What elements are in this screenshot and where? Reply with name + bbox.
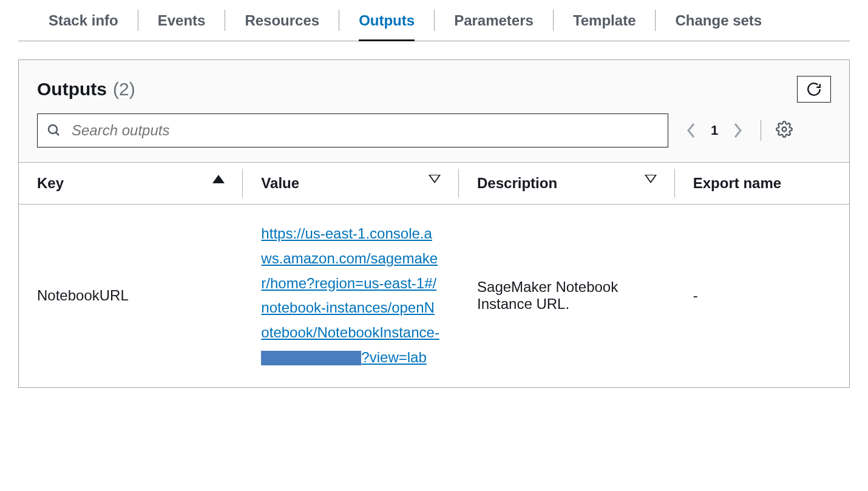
column-header-description[interactable]: Description [459, 163, 675, 205]
column-header-export-name[interactable]: Export name [675, 163, 849, 205]
tab-outputs[interactable]: Outputs [339, 0, 434, 41]
panel-title: Outputs (2) [37, 79, 135, 100]
pager-divider [761, 120, 761, 141]
sort-asc-icon [212, 175, 225, 183]
table-settings-button[interactable] [776, 121, 793, 140]
refresh-button[interactable] [797, 76, 831, 103]
panel-count: (2) [113, 79, 135, 100]
pager-next[interactable] [729, 122, 746, 139]
outputs-panel: Outputs (2) 1 [18, 59, 850, 388]
toolbar: 1 [19, 113, 849, 162]
tabs-bar: Stack info Events Resources Outputs Para… [18, 0, 850, 41]
column-header-value[interactable]: Value [243, 163, 459, 205]
outputs-table: Key Value Description Export name [19, 162, 849, 387]
svg-point-2 [782, 127, 787, 132]
column-header-key[interactable]: Key [19, 163, 243, 205]
refresh-icon [806, 81, 822, 97]
tab-events[interactable]: Events [138, 0, 225, 41]
output-link[interactable]: https://us-east-1.console.aws.amazon.com… [261, 225, 439, 365]
table-row: NotebookURL https://us-east-1.console.aw… [19, 205, 849, 387]
tab-stack-info[interactable]: Stack info [29, 0, 138, 41]
pager-prev[interactable] [683, 122, 700, 139]
tab-resources[interactable]: Resources [225, 0, 339, 41]
panel-header: Outputs (2) [19, 60, 849, 113]
pager-page: 1 [711, 123, 718, 138]
gear-icon [776, 121, 793, 138]
cell-value: https://us-east-1.console.aws.amazon.com… [243, 205, 459, 387]
redacted-segment [261, 351, 361, 365]
sort-icon [429, 175, 441, 183]
cell-key: NotebookURL [19, 205, 243, 387]
pager: 1 [683, 120, 793, 141]
tab-template[interactable]: Template [554, 0, 656, 41]
cell-description: SageMaker Notebook Instance URL. [459, 205, 675, 387]
search-wrap [37, 113, 668, 147]
search-input[interactable] [37, 113, 668, 147]
tab-change-sets[interactable]: Change sets [656, 0, 781, 41]
tab-parameters[interactable]: Parameters [435, 0, 553, 41]
sort-icon [645, 175, 657, 183]
cell-export-name: - [675, 205, 849, 387]
